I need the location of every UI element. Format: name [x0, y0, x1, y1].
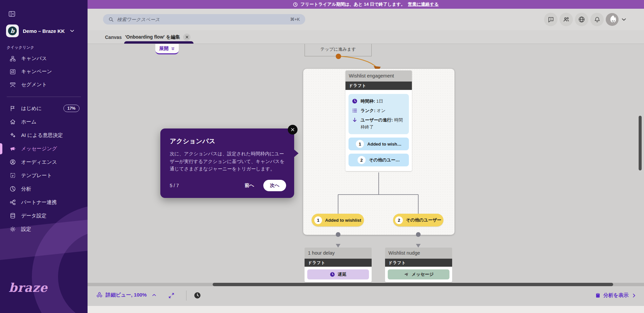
- partner-nodes-icon: [9, 199, 16, 206]
- next-button[interactable]: 次へ: [263, 180, 286, 191]
- sidebar-item-campaign[interactable]: キャンペーン: [0, 65, 88, 78]
- avatar[interactable]: [606, 13, 619, 26]
- tooltip-arrow: [294, 149, 299, 157]
- tab-close-icon[interactable]: [183, 34, 191, 41]
- sidebar-item-settings[interactable]: 設定: [0, 222, 88, 236]
- sidebar-item-segment[interactable]: セグメント: [0, 78, 88, 91]
- previous-button[interactable]: 前へ: [245, 182, 254, 189]
- tab-bar: Canvas 'Onboarding flow' を編集: [88, 30, 644, 44]
- fullscreen-expand-icon[interactable]: [168, 292, 175, 299]
- delay-chip: 遅延: [307, 269, 369, 279]
- sidebar-item-canvas[interactable]: キャンバス: [0, 52, 88, 65]
- paper-plane-icon: [404, 272, 409, 277]
- branch-everyone-else[interactable]: 2 その他のユーザー: [393, 214, 443, 226]
- globe-icon[interactable]: [575, 13, 588, 26]
- workspace-logo: b: [6, 24, 19, 37]
- show-analytics-label: 分析を表示: [603, 292, 629, 299]
- footer-divider: [186, 291, 186, 301]
- canvas-footer: 詳細ビュー, 100% 分析を表示: [88, 287, 644, 306]
- sidebar-item-getting-started[interactable]: はじめに 17%: [0, 102, 88, 115]
- clock-filled-icon: [330, 272, 335, 277]
- quick-links: キャンバス キャンペーン セグメント: [0, 52, 88, 91]
- sidebar-divider: [7, 97, 81, 97]
- node-status-badge: ドラフト: [385, 259, 452, 267]
- chevron-right-icon: [631, 293, 637, 298]
- node-properties: 時間枠: 1日 ランク: オン ユーザーの進行: 時間枠終了: [348, 94, 409, 134]
- clipboard-icon: [595, 293, 601, 298]
- workspace-selector[interactable]: b Demo – Braze KK: [6, 23, 82, 38]
- sidebar-item-data-settings[interactable]: データ設定: [0, 209, 88, 222]
- progress-badge: 17%: [63, 105, 79, 112]
- search-shortcut: ⌘+K: [290, 17, 300, 22]
- close-icon[interactable]: [288, 125, 298, 135]
- sidebar-item-messaging[interactable]: メッセージング: [0, 142, 88, 155]
- node-status-badge: ドラフト: [345, 82, 412, 90]
- history-clock-icon[interactable]: [194, 292, 201, 299]
- sidebar-item-audience[interactable]: オーディエンス: [0, 155, 88, 169]
- tour-progress: 5 / 7: [170, 183, 179, 188]
- tour-title: アクションパス: [170, 137, 285, 146]
- users-icon[interactable]: [559, 13, 573, 26]
- bell-icon[interactable]: [590, 13, 604, 26]
- double-chevron-down-icon: [171, 47, 175, 51]
- property-rank: ランク: オン: [352, 107, 406, 114]
- message-chip: メッセージ: [388, 269, 449, 279]
- trial-banner-text: フリートライアル期間は、あと 14 日で終了します。: [301, 1, 405, 7]
- flag-icon: [9, 105, 16, 112]
- show-analytics-button[interactable]: 分析を表示: [595, 292, 637, 299]
- segment-icon: [9, 82, 16, 88]
- sidebar-item-analytics[interactable]: 分析: [0, 182, 88, 196]
- pie-chart-icon: [9, 186, 16, 192]
- sparkles-icon: [9, 132, 16, 139]
- property-advancement: ユーザーの進行: 時間枠終了: [352, 116, 406, 131]
- node-option-2[interactable]: 2 その他のユー…: [348, 154, 409, 166]
- node-title: Wishlist nudge: [385, 248, 452, 259]
- tour-tooltip: アクションパス 次に、アクションパスは、設定された時間枠内にユーザーが実行するア…: [160, 128, 294, 198]
- sidebar-item-partners[interactable]: パートナー連携: [0, 196, 88, 209]
- detail-view-label: 詳細ビュー, 100%: [106, 292, 147, 298]
- home-icon: [9, 118, 16, 125]
- node-body: 遅延: [305, 267, 372, 282]
- node-wishlist-nudge[interactable]: Wishlist nudge ドラフト メッセージ: [385, 248, 452, 283]
- node-title: Wishlist engagement: [345, 70, 412, 82]
- active-indicator: [0, 143, 2, 154]
- account-chevron-down-icon[interactable]: [621, 16, 627, 23]
- search-input[interactable]: [117, 17, 287, 22]
- canvas-area: 展開 テップに進みます Wishlist engagement ドラフト 時間枠…: [88, 44, 644, 287]
- sidebar-item-ai-decisioning[interactable]: AI による意思決定: [0, 128, 88, 142]
- node-option-1[interactable]: 1 Added to wish…: [348, 138, 409, 150]
- node-body: メッセージ: [385, 267, 452, 282]
- feedback-bubble-icon[interactable]: [544, 13, 557, 26]
- tour-body: 次に、アクションパスは、設定された時間枠内にユーザーが実行するアクションに基づい…: [170, 150, 285, 173]
- chevron-up-icon: [152, 293, 157, 298]
- sidebar-item-home[interactable]: ホーム: [0, 115, 88, 128]
- node-status-badge: ドラフト: [305, 259, 372, 267]
- workspace-search[interactable]: ⌘+K: [103, 14, 305, 24]
- branch-added-to-wishlist[interactable]: 1 Added to wishlist: [312, 214, 364, 226]
- ordered-list-icon: [352, 108, 358, 113]
- sidebar-collapse-icon[interactable]: [8, 10, 16, 18]
- topbar-icons: [544, 13, 627, 26]
- expand-button[interactable]: 展開: [155, 44, 179, 54]
- clock-filled-icon: [352, 98, 358, 104]
- sidebar-item-templates[interactable]: テンプレート: [0, 169, 88, 182]
- topbar: ⌘+K: [88, 9, 644, 30]
- megaphone-box-icon: [9, 68, 16, 75]
- braze-wordmark: braze: [9, 280, 48, 295]
- audience-icon: [9, 159, 16, 165]
- tab-canvas[interactable]: Canvas: [105, 30, 122, 44]
- node-wishlist-engagement[interactable]: Wishlist engagement ドラフト 時間枠: 1日 ランク: オン…: [345, 70, 412, 171]
- contact-sales-link[interactable]: 営業に連絡する: [408, 1, 439, 7]
- sidebar: b Demo – Braze KK クイックリンク キャンバス キャンペーン セ…: [0, 0, 88, 313]
- sidebar-nav: はじめに 17% ホーム AI による意思決定 メッセージング オーディエンス …: [0, 102, 88, 236]
- vertical-scrollbar-thumb[interactable]: [639, 116, 642, 170]
- bottom-strip: [88, 306, 644, 313]
- horizontal-scrollbar-thumb[interactable]: [213, 283, 613, 286]
- detail-view-selector[interactable]: 詳細ビュー, 100%: [96, 292, 157, 298]
- template-icon: [9, 172, 16, 179]
- node-1-hour-delay[interactable]: 1 hour delay ドラフト 遅延: [305, 248, 372, 283]
- property-timeframe: 時間枠: 1日: [352, 98, 406, 105]
- tour-footer: 5 / 7 前へ 次へ: [170, 180, 286, 191]
- gear-icon: [9, 226, 16, 232]
- cubes-icon: [96, 292, 103, 298]
